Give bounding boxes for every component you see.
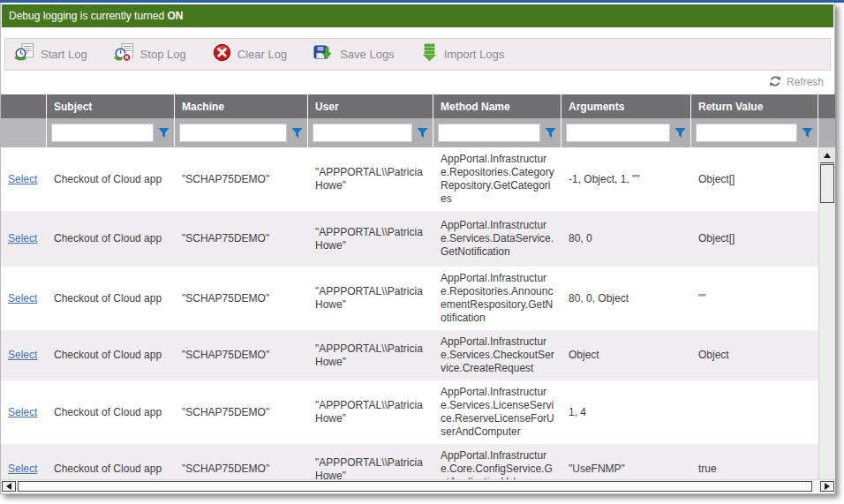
select-link[interactable]: Select xyxy=(8,232,37,245)
import-logs-button[interactable]: Import Logs xyxy=(421,43,505,65)
table-row: Select Checkout of Cloud app "SCHAP75DEM… xyxy=(1,380,818,444)
banner-state: ON xyxy=(167,10,183,22)
arguments-value: 80, 0 xyxy=(569,232,592,245)
user-filter-funnel-icon[interactable] xyxy=(417,127,428,139)
header-subject[interactable]: Subject xyxy=(47,94,175,118)
horizontal-scrollbar[interactable] xyxy=(1,479,835,492)
subject-value: Checkout of Cloud app xyxy=(54,173,162,186)
select-link[interactable]: Select xyxy=(8,406,37,419)
triangle-right-icon xyxy=(825,483,830,490)
vertical-scroll-thumb[interactable] xyxy=(820,164,834,203)
machine-value: "SCHAP75DEMO" xyxy=(182,463,269,476)
save-logs-icon xyxy=(313,43,334,65)
user-value: "APPPORTAL\\PatriciaHowe" xyxy=(315,226,426,252)
subject-value: Checkout of Cloud app xyxy=(54,349,162,362)
import-logs-label: Import Logs xyxy=(444,48,505,61)
arguments-value: 80, 0, Object xyxy=(569,292,629,305)
grid-header-row: Subject Machine User Method Name Argumen… xyxy=(1,94,835,118)
grid-action-bar: Refresh xyxy=(1,71,834,94)
table-row: Select Checkout of Cloud app "SCHAP75DEM… xyxy=(1,147,818,211)
save-logs-label: Save Logs xyxy=(340,48,394,61)
arguments-filter-input[interactable] xyxy=(566,124,670,142)
clear-log-button[interactable]: Clear Log xyxy=(213,43,287,65)
refresh-button[interactable]: Refresh xyxy=(769,75,824,90)
banner-text: Debug logging is currently turned xyxy=(9,10,164,22)
filter-arguments-cell xyxy=(561,118,691,147)
select-link[interactable]: Select xyxy=(8,463,37,476)
header-arguments[interactable]: Arguments xyxy=(561,94,691,118)
select-link[interactable]: Select xyxy=(8,349,37,362)
return-filter-input[interactable] xyxy=(696,124,797,142)
machine-filter-funnel-icon[interactable] xyxy=(291,127,303,139)
user-filter-input[interactable] xyxy=(313,124,412,142)
scroll-left-button[interactable] xyxy=(2,481,16,492)
subject-value: Checkout of Cloud app xyxy=(54,463,162,476)
save-logs-button[interactable]: Save Logs xyxy=(313,43,394,65)
filter-method-cell xyxy=(433,118,561,147)
filter-machine-cell xyxy=(175,118,308,147)
arguments-value: "UseFNMP" xyxy=(569,463,625,476)
machine-value: "SCHAP75DEMO" xyxy=(182,232,269,245)
triangle-up-icon xyxy=(824,153,831,158)
filter-return-cell xyxy=(691,118,818,147)
arguments-value: -1, Object, 1, "" xyxy=(569,173,640,186)
stop-log-button[interactable]: Stop Log xyxy=(114,43,186,65)
user-value: "APPPORTAL\\PatriciaHowe" xyxy=(315,399,426,425)
return-filter-funnel-icon[interactable] xyxy=(802,127,813,139)
triangle-left-icon xyxy=(6,483,11,490)
refresh-icon xyxy=(769,75,781,90)
return-value: Object[] xyxy=(698,232,735,245)
method-value: AppPortal.Infrastructure.Services.DataSe… xyxy=(441,219,554,259)
debug-log-window: Debug logging is currently turned ON xyxy=(0,3,835,494)
grid-body: Select Checkout of Cloud app "SCHAP75DEM… xyxy=(1,147,818,479)
stop-log-icon xyxy=(114,43,134,65)
scroll-right-button[interactable] xyxy=(820,481,834,492)
method-value: AppPortal.Infrastructure.Repositories.Ca… xyxy=(441,153,554,206)
method-value: AppPortal.Infrastructure.Services.Licens… xyxy=(441,386,554,439)
header-method-name[interactable]: Method Name xyxy=(433,94,561,118)
debug-status-banner: Debug logging is currently turned ON xyxy=(2,4,833,27)
start-log-icon xyxy=(14,43,34,65)
header-return-value[interactable]: Return Value xyxy=(691,94,818,118)
table-row: Select Checkout of Cloud app "SCHAP75DEM… xyxy=(1,330,818,380)
header-filler xyxy=(818,94,835,118)
header-user[interactable]: User xyxy=(308,94,433,118)
clear-log-icon xyxy=(213,43,231,65)
user-value: "APPPORTAL\\PatriciaHowe" xyxy=(315,285,426,312)
start-log-button[interactable]: Start Log xyxy=(14,43,87,65)
stop-log-label: Stop Log xyxy=(140,48,186,61)
select-link[interactable]: Select xyxy=(8,173,37,186)
machine-filter-input[interactable] xyxy=(179,124,287,142)
scroll-up-button[interactable] xyxy=(820,147,834,163)
header-select-column xyxy=(1,94,47,118)
return-value: Object xyxy=(698,349,729,362)
user-value: "APPPORTAL\\PatriciaHowe" xyxy=(315,342,426,369)
method-filter-funnel-icon[interactable] xyxy=(545,127,556,139)
method-filter-input[interactable] xyxy=(438,124,540,142)
machine-value: "SCHAP75DEMO" xyxy=(182,406,269,419)
method-value: AppPortal.Infrastructure.Repositories.An… xyxy=(441,272,554,325)
arguments-filter-funnel-icon[interactable] xyxy=(674,127,686,139)
user-value: "APPPORTAL\\PatriciaHowe" xyxy=(315,456,426,480)
horizontal-scroll-thumb[interactable] xyxy=(18,481,812,492)
subject-value: Checkout of Cloud app xyxy=(54,232,162,245)
filter-select-cell xyxy=(1,118,47,147)
clear-log-label: Clear Log xyxy=(237,48,287,61)
table-row: Select Checkout of Cloud app "SCHAP75DEM… xyxy=(1,211,818,267)
subject-filter-input[interactable] xyxy=(51,124,154,142)
subject-value: Checkout of Cloud app xyxy=(54,406,162,419)
filter-user-cell xyxy=(308,118,433,147)
select-link[interactable]: Select xyxy=(8,292,37,305)
user-value: "APPPORTAL\\PatriciaHowe" xyxy=(315,166,426,192)
subject-filter-funnel-icon[interactable] xyxy=(158,127,170,139)
header-machine[interactable]: Machine xyxy=(175,94,308,118)
table-row: Select Checkout of Cloud app "SCHAP75DEM… xyxy=(1,267,818,330)
refresh-label: Refresh xyxy=(787,76,824,88)
filter-filler xyxy=(818,118,835,147)
machine-value: "SCHAP75DEMO" xyxy=(182,292,269,305)
filter-subject-cell xyxy=(47,118,175,147)
machine-value: "SCHAP75DEMO" xyxy=(182,349,269,362)
vertical-scrollbar[interactable] xyxy=(818,147,835,479)
arguments-value: Object xyxy=(569,349,599,362)
log-grid: Subject Machine User Method Name Argumen… xyxy=(1,94,835,492)
